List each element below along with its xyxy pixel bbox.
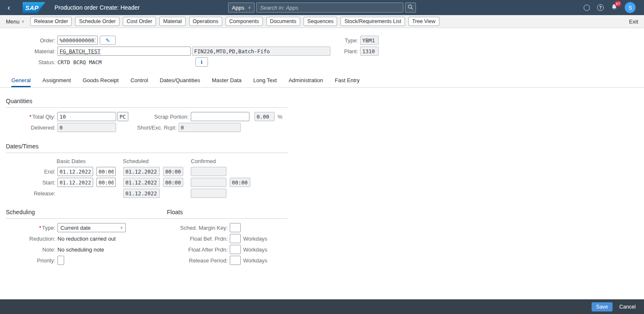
start-label: Start: <box>6 179 55 186</box>
btn-release-order[interactable]: Release Order <box>30 17 72 26</box>
required-marker: * <box>29 114 31 120</box>
cancel-button[interactable]: Cancel <box>616 302 639 311</box>
release-period-label: Release Period: <box>167 257 228 264</box>
order-type-field: YBM1 <box>360 36 379 45</box>
scrap-percent-field: 0.00 <box>254 112 275 121</box>
exit-link[interactable]: Exit <box>629 18 638 25</box>
start-sched-date-field: 01.12.2022 <box>123 178 160 187</box>
note-text: No scheduling note <box>57 247 104 253</box>
total-qty-label: *Total Qty: <box>6 114 55 120</box>
material-input[interactable] <box>57 47 191 56</box>
footer-bar: Save Cancel <box>0 299 644 314</box>
search-icon <box>408 4 413 11</box>
float-before-input[interactable] <box>230 234 241 243</box>
shell-actions: ? 97 S <box>584 2 639 13</box>
btn-material[interactable]: Material <box>159 17 185 26</box>
save-button[interactable]: Save <box>592 302 613 311</box>
end-sched-time-field: 00:00 <box>163 167 183 176</box>
tab-general[interactable]: General <box>11 77 31 87</box>
uom-input[interactable] <box>117 112 128 121</box>
priority-label: Priority: <box>6 257 55 264</box>
tab-master-data[interactable]: Master Data <box>212 77 242 87</box>
back-icon[interactable]: ‹ <box>5 3 18 12</box>
tab-dates-quantities[interactable]: Dates/Quantities <box>160 77 200 87</box>
btn-sequences[interactable]: Sequences <box>304 17 338 26</box>
workdays-label: Workdays <box>243 236 267 242</box>
order-header: Order: ✎ Type: YBM1 Material: FIN226,MTO… <box>0 28 644 67</box>
tab-fast-entry[interactable]: Fast Entry <box>335 77 360 87</box>
order-label: Order: <box>6 37 55 44</box>
tab-assignment[interactable]: Assignment <box>42 77 71 87</box>
release-label: Release: <box>6 190 55 197</box>
help-icon[interactable]: ? <box>597 4 604 11</box>
info-icon: ℹ <box>201 59 203 65</box>
note-label: Note: <box>6 247 55 253</box>
plant-label: Plant: <box>319 48 358 54</box>
material-label: Material: <box>6 48 55 54</box>
menu-button[interactable]: Menu ∨ <box>6 18 24 25</box>
status-text: CRTD BCRQ MACM <box>57 59 101 65</box>
search-button[interactable] <box>405 3 416 13</box>
chevron-down-icon: ∨ <box>22 19 25 23</box>
copilot-icon[interactable] <box>584 5 590 11</box>
sched-margin-key-input[interactable] <box>230 223 241 232</box>
scheduling-type-select[interactable]: Current date ∨ <box>57 223 126 232</box>
pencil-icon: ✎ <box>106 37 110 44</box>
btn-stock-requirements-list[interactable]: Stock/Requirements List <box>340 17 405 26</box>
delivered-field: 0 <box>57 123 116 132</box>
search-scope-dropdown[interactable]: Apps ∨ <box>228 3 254 13</box>
release-period-input[interactable] <box>230 256 241 265</box>
section-dates-times: Dates/Times <box>6 143 288 153</box>
chevron-down-icon: ∨ <box>120 226 123 230</box>
sched-type-label: *Type: <box>6 225 55 231</box>
tab-control[interactable]: Control <box>130 77 148 87</box>
tab-administration[interactable]: Administration <box>288 77 323 87</box>
btn-cost-order[interactable]: Cost Order <box>123 17 156 26</box>
btn-components[interactable]: Components <box>226 17 263 26</box>
status-info-button[interactable]: ℹ <box>195 57 208 67</box>
priority-input[interactable] <box>57 256 64 265</box>
float-after-label: Float After Prdn: <box>167 247 228 253</box>
notifications-button[interactable]: 97 <box>611 4 618 12</box>
end-basic-date-input[interactable] <box>57 167 93 176</box>
btn-operations[interactable]: Operations <box>189 17 222 26</box>
plant-field: 1310 <box>360 47 379 56</box>
btn-documents[interactable]: Documents <box>266 17 300 26</box>
btn-tree-view[interactable]: Tree View <box>408 17 439 26</box>
user-avatar[interactable]: S <box>625 2 636 13</box>
page-title: Production order Create: Header <box>55 4 140 11</box>
btn-schedule-order[interactable]: Schedule Order <box>75 17 119 26</box>
tab-long-text[interactable]: Long Text <box>253 77 277 87</box>
total-qty-input[interactable] <box>57 112 116 121</box>
end-basic-time-input[interactable] <box>96 167 116 176</box>
quantities-title: Quantities <box>6 98 32 104</box>
general-tab-content: Quantities *Total Qty: Scrap Portion: 0.… <box>0 98 644 266</box>
scheduling-type-value: Current date <box>60 225 91 231</box>
start-sched-time-field: 00:00 <box>163 178 183 187</box>
search-input[interactable] <box>256 3 403 13</box>
float-after-input[interactable] <box>230 245 241 254</box>
scrap-portion-input[interactable] <box>191 112 249 121</box>
margin-key-label: Sched. Margin Key: <box>167 225 228 231</box>
reduction-text: No reduction carried out <box>57 236 116 242</box>
float-before-label: Float Bef. Prdn: <box>167 236 228 242</box>
workdays-label: Workdays <box>243 247 267 253</box>
tab-strip: General Assignment Goods Receipt Control… <box>0 73 644 88</box>
search-scope-label: Apps <box>232 5 244 11</box>
short-exc-label: Short/Exc. Rcpt: <box>116 125 177 131</box>
shellbar: ‹ SAP Production order Create: Header Ap… <box>0 0 644 15</box>
menu-label: Menu <box>6 18 20 25</box>
floats-column: Sched. Margin Key: Float Bef. Prdn: Work… <box>167 222 267 266</box>
col-confirmed: Confirmed <box>191 158 216 164</box>
order-input[interactable] <box>57 36 98 45</box>
section-quantities: Quantities <box>6 98 288 108</box>
scrap-portion-label: Scrap Portion: <box>128 114 189 120</box>
col-basic-dates: Basic Dates <box>57 158 123 164</box>
release-confirmed-field <box>191 189 226 198</box>
tab-goods-receipt[interactable]: Goods Receipt <box>83 77 119 87</box>
material-description-field: FIN226,MTO,PD,Batch-Fifo <box>192 47 330 56</box>
start-basic-time-input[interactable] <box>96 178 116 187</box>
start-basic-date-input[interactable] <box>57 178 93 187</box>
order-edit-button[interactable]: ✎ <box>100 36 116 45</box>
application-toolbar: Menu ∨ Release Order Schedule Order Cost… <box>0 15 644 28</box>
